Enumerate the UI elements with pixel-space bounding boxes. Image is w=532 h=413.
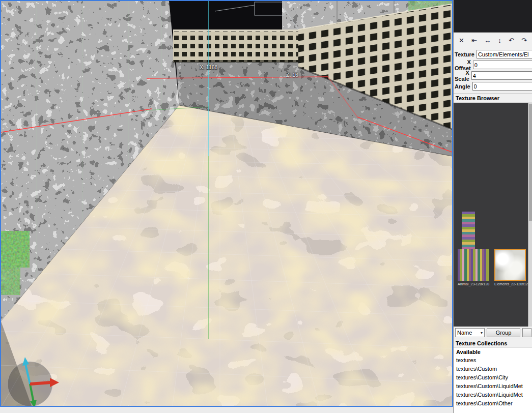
flip-vertical-icon[interactable]: ↕ [498,37,501,44]
x-scale-label: X Scale [455,70,471,82]
texture-caption: Animal_23-128x128 [458,282,489,286]
right-panel: ✕ ⇤ ↔ ↕ ↶ ↷ Texture X Offset X Scale Ang… [453,0,532,413]
sort-dropdown[interactable]: Name ▾ [455,328,485,337]
browser-scrollbar[interactable] [528,103,532,327]
panel-top-area [454,0,532,33]
close-icon[interactable]: ✕ [459,37,464,44]
texture-browser-header: Texture Browser [454,94,532,103]
collection-item[interactable]: textures\Custom [454,365,532,373]
collection-item[interactable]: textures [454,356,532,365]
3d-scene-svg [1,1,452,406]
chevron-down-icon: ▾ [481,331,483,335]
texture-thumbnail-elements-selected[interactable] [494,249,526,281]
scrollbar-thumb[interactable] [529,104,532,221]
truss-beam [173,29,298,63]
collection-item[interactable]: textures\Custom\City [454,373,532,382]
collection-item[interactable]: textures\Custom\LiquidMet [454,382,532,391]
texture-label: Texture [455,51,477,57]
x-scale-input[interactable] [471,71,532,80]
map-editor-window: X: 1168 Z: 16 ✕ ⇤ ↔ ↕ ↶ ↷ Texture X Offs… [0,0,532,413]
flip-horizontal-icon[interactable]: ↔ [484,37,491,44]
face-attributes-form: Texture X Offset X Scale Angle [454,48,532,94]
clipped-button[interactable] [522,328,531,337]
texture-caption: Elements_22-128x128 [494,282,526,286]
angle-input[interactable] [472,82,532,91]
rotate-cw-icon[interactable]: ↷ [521,37,527,44]
group-button[interactable]: Group [487,328,520,337]
texture-thumbnail-strip[interactable] [462,212,475,251]
x-offset-input[interactable] [473,61,532,69]
angle-label: Angle [455,83,472,90]
3d-viewport[interactable]: X: 1168 Z: 16 [0,0,453,407]
window-bottom-strip [0,407,453,413]
collection-item[interactable]: textures\Custom\LiquidMet [454,391,532,399]
reset-uv-icon[interactable]: ⇤ [471,37,477,44]
face-toolbar: ✕ ⇤ ↔ ↕ ↶ ↷ [454,33,532,48]
texture-collections-header: Texture Collections [454,339,532,348]
texture-browser[interactable]: Animal_23-128x128 Elements_22-128x128 [454,103,532,327]
browser-controls: Name ▾ Group [454,327,532,339]
collection-item[interactable]: textures\Custom\Other [454,399,532,408]
rotate-ccw-icon[interactable]: ↶ [509,37,514,44]
texture-collections-list: Available textures textures\Custom textu… [454,348,532,413]
texture-input[interactable] [477,50,532,58]
available-label: Available [454,348,532,356]
sort-dropdown-value: Name [457,330,472,336]
texture-thumbnail-animal[interactable] [458,249,489,281]
